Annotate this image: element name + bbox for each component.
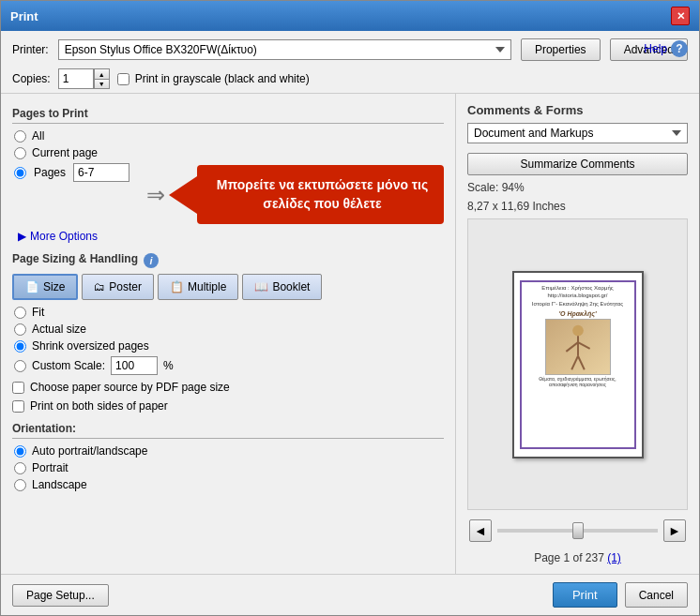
page-sizing-title: Page Sizing & Handling <box>12 252 138 268</box>
portrait-label: Portrait <box>32 461 68 474</box>
preview-area: Επιμέλεια : Χρήστος Χαρμής http://istori… <box>467 218 688 510</box>
preview-border: Επιμέλεια : Χρήστος Χαρμής http://istori… <box>520 280 636 449</box>
shrink-radio[interactable] <box>14 340 26 353</box>
custom-scale-row: Custom Scale: % <box>14 356 444 375</box>
landscape-radio-label[interactable]: Landscape <box>14 478 444 491</box>
landscape-label: Landscape <box>32 478 87 491</box>
all-radio[interactable] <box>14 130 26 143</box>
current-page-radio[interactable] <box>14 147 26 159</box>
scale-text: Scale: 94% <box>467 181 688 194</box>
pages-radio[interactable] <box>14 167 26 179</box>
shrink-radio-label[interactable]: Shrink oversized pages <box>14 339 444 353</box>
page-link[interactable]: (1) <box>607 551 621 564</box>
grayscale-checkbox-label[interactable]: Print in grayscale (black and white) <box>117 72 310 85</box>
preview-line-2: http://istoria.blogspot.gr/ <box>547 293 607 300</box>
actual-size-radio[interactable] <box>14 323 26 336</box>
fit-label: Fit <box>32 306 44 319</box>
landscape-radio[interactable] <box>14 479 26 491</box>
page-dims: 8,27 x 11,69 Inches <box>467 200 688 213</box>
page-preview: Επιμέλεια : Χρήστος Χαρμής http://istori… <box>512 271 644 458</box>
pages-input[interactable] <box>73 163 129 182</box>
both-sides-label: Print on both sides of paper <box>30 399 168 413</box>
printer-select[interactable]: Epson Stylus Office BX320FW(Δίκτυο) <box>58 39 511 60</box>
custom-scale-radio[interactable] <box>14 360 26 372</box>
help-icon[interactable]: ? <box>671 40 688 57</box>
auto-label: Auto portrait/landscape <box>32 444 147 458</box>
pages-label: Pages <box>34 166 66 179</box>
auto-radio-label[interactable]: Auto portrait/landscape <box>14 444 444 458</box>
page-slider-track <box>497 529 658 533</box>
more-options-arrow: ▶ <box>18 230 26 243</box>
shrink-label: Shrink oversized pages <box>32 339 149 353</box>
printer-label: Printer: <box>12 43 49 56</box>
pdf-source-checkbox[interactable] <box>12 382 24 394</box>
copies-down-button[interactable]: ▼ <box>94 79 109 88</box>
booklet-icon: 📖 <box>254 280 268 293</box>
action-buttons: Print Cancel <box>553 582 688 608</box>
preview-line-3: Ιστορία Γ'- Εκανάληψη 2ης Ενότητας <box>532 301 623 308</box>
preview-line-1: Επιμέλεια : Χρήστος Χαρμής <box>541 285 613 293</box>
bottom-bar: Page Setup... Print Cancel <box>1 574 699 615</box>
preview-bottom-text: Θέματα, σχεδιαγράμματα, ερωτήσεις, αποσα… <box>525 376 632 388</box>
multiple-button[interactable]: 📋 Multiple <box>158 274 238 300</box>
current-page-label: Current page <box>32 146 98 159</box>
summarize-button[interactable]: Summarize Comments <box>467 153 688 175</box>
booklet-button[interactable]: 📖 Booklet <box>242 274 322 300</box>
fit-radio[interactable] <box>14 307 26 319</box>
poster-button[interactable]: 🗂 Poster <box>82 274 154 300</box>
left-panel: Pages to Print All Current page Pages <box>1 94 455 574</box>
cancel-button[interactable]: Cancel <box>625 582 688 608</box>
preview-title: 'Ο Ηρακλής' <box>558 309 596 318</box>
dialog-title: Print <box>10 9 38 23</box>
both-sides-checkbox[interactable] <box>12 400 24 413</box>
help-link[interactable]: Help <box>644 42 667 55</box>
custom-scale-radio-label[interactable]: Custom Scale: <box>14 359 105 372</box>
copies-row: Copies: ▲ ▼ Print in grayscale (black an… <box>1 65 699 94</box>
printer-row: Printer: Epson Stylus Office BX320FW(Δίκ… <box>1 31 699 65</box>
size-button[interactable]: 📄 Size <box>12 274 78 300</box>
current-page-radio-label[interactable]: Current page <box>14 146 444 159</box>
pages-radio-label[interactable]: Pages <box>14 163 129 182</box>
all-radio-label[interactable]: All <box>14 129 444 143</box>
booklet-label: Booklet <box>272 280 310 293</box>
fit-radio-label[interactable]: Fit <box>14 306 444 319</box>
callout-box: Μπορείτε να εκτυπώσετε μόνο τις σελίδες … <box>197 165 444 224</box>
copies-up-button[interactable]: ▲ <box>94 69 109 79</box>
multiple-icon: 📋 <box>170 280 184 293</box>
prev-page-button[interactable]: ◄ <box>469 519 492 542</box>
comments-select[interactable]: Document and Markups <box>467 123 688 143</box>
copies-spinner[interactable]: ▲ ▼ <box>58 68 110 89</box>
pdf-source-checkbox-label[interactable]: Choose paper source by PDF page size <box>12 381 444 394</box>
close-button[interactable]: ✕ <box>671 7 690 25</box>
next-page-button[interactable]: ► <box>663 519 686 542</box>
info-icon[interactable]: i <box>144 253 159 268</box>
all-label: All <box>32 129 44 143</box>
page-info: Page 1 of 237 (1) <box>467 551 688 564</box>
both-sides-checkbox-label[interactable]: Print on both sides of paper <box>12 399 444 413</box>
print-button[interactable]: Print <box>553 582 617 608</box>
portrait-radio[interactable] <box>14 462 26 474</box>
copies-input[interactable] <box>59 69 93 88</box>
grayscale-label: Print in grayscale (black and white) <box>135 72 310 85</box>
pages-radio-group: All Current page Pages ⇒ <box>12 129 444 243</box>
preview-nav: ◄ ► <box>467 516 688 546</box>
poster-icon: 🗂 <box>94 280 105 293</box>
grayscale-checkbox[interactable] <box>117 73 129 85</box>
size-label: Size <box>43 280 65 293</box>
size-icon: 📄 <box>25 280 39 293</box>
arrow-icon: ⇒ <box>146 182 165 208</box>
portrait-radio-label[interactable]: Portrait <box>14 461 444 474</box>
orientation-title: Orientation: <box>12 422 444 439</box>
multiple-label: Multiple <box>188 280 226 293</box>
more-options[interactable]: ▶ More Options <box>14 230 444 243</box>
custom-scale-input[interactable] <box>111 356 158 375</box>
custom-scale-label: Custom Scale: <box>32 359 105 372</box>
properties-button[interactable]: Properties <box>521 38 601 61</box>
page-slider-thumb[interactable] <box>572 522 584 539</box>
auto-radio[interactable] <box>14 445 26 458</box>
right-panel: Comments & Forms Document and Markups Su… <box>455 94 699 574</box>
actual-size-radio-label[interactable]: Actual size <box>14 323 444 336</box>
poster-label: Poster <box>109 280 142 293</box>
page-setup-button[interactable]: Page Setup... <box>12 584 109 607</box>
sizing-buttons: 📄 Size 🗂 Poster 📋 Multiple 📖 Booklet <box>12 274 444 300</box>
